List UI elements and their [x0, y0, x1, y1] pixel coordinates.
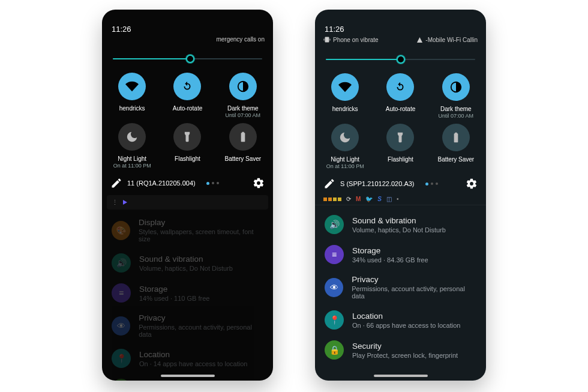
vibrate-icon [323, 36, 331, 43]
phone-right: 11:26 Phone on vibrate -Mobile Wi-Fi Cal… [315, 10, 486, 381]
row-title: Location [352, 312, 460, 321]
row-subtitle: Play Protect, screen lock, fingerprint [352, 352, 458, 359]
row-subtitle: Volume, haptics, Do Not Disturb [352, 226, 446, 234]
qs-tile-wifi[interactable]: hendricks [104, 73, 160, 118]
row-subtitle: Volume, haptics, Do Not Disturb [139, 265, 233, 272]
gmail-icon: M [356, 196, 361, 202]
edit-icon[interactable] [110, 177, 122, 189]
qs-footer: 11 (RQ1A.210205.004) [102, 169, 273, 191]
settings-list: 🎨DisplayStyles, wallpapers, screen timeo… [102, 210, 273, 381]
tile-label: Flashlight [388, 156, 413, 163]
settings-gear-icon[interactable] [253, 177, 265, 189]
qs-tile-flashlight[interactable]: Flashlight [373, 124, 428, 169]
row-title: Security [352, 342, 458, 351]
edit-icon[interactable] [323, 178, 335, 190]
row-subtitle: Permissions, account activity, personal … [352, 285, 476, 300]
row-title: Storage [352, 246, 428, 255]
brightness-slider[interactable] [102, 46, 273, 65]
row-title: Location [139, 350, 247, 359]
settings-row-display[interactable]: 🎨DisplayStyles, wallpapers, screen timeo… [102, 213, 273, 249]
privacy-icon: 👁 [325, 278, 343, 297]
qs-grid: hendricks Auto-rotate Dark themeUntil 07… [102, 65, 273, 169]
tile-sublabel: On at 11:00 PM [326, 163, 364, 169]
row-title: Security [139, 380, 175, 381]
row-title: Privacy [139, 313, 263, 322]
brightness-thumb[interactable] [397, 55, 405, 64]
qs-tile-contrast[interactable]: Dark themeUntil 07:00 AM [428, 73, 484, 119]
row-title: Sound & vibration [352, 216, 446, 225]
settings-row-location[interactable]: 📍LocationOn · 14 apps have access to loc… [102, 344, 273, 374]
qs-grid: hendricks Auto-rotate Dark themeUntil 07… [315, 66, 486, 169]
qs-tile-flashlight[interactable]: Flashlight [160, 123, 215, 169]
location-icon: 📍 [112, 349, 131, 368]
storage-icon: ≡ [112, 283, 131, 303]
row-title: Storage [139, 285, 209, 294]
media-bar[interactable]: ⋮ [107, 195, 268, 210]
tile-label: Battery Saver [438, 156, 475, 163]
settings-row-storage[interactable]: ≡Storage34% used · 84.36 GB free [315, 240, 486, 270]
carrier-text: -Mobile Wi-Fi Callin [425, 37, 478, 43]
row-title: Sound & vibration [139, 255, 233, 264]
row-subtitle: Styles, wallpapers, screen timeout, font… [139, 228, 263, 243]
tile-label: Dark theme [227, 105, 259, 112]
rotate-icon [173, 73, 201, 100]
brightness-slider[interactable] [315, 47, 486, 66]
qs-tile-battery[interactable]: Battery Saver [428, 124, 484, 169]
brightness-thumb[interactable] [186, 55, 194, 63]
row-title: Privacy [352, 275, 476, 284]
qs-tile-moon[interactable]: Night LightOn at 11:00 PM [317, 124, 373, 169]
tile-label: hendricks [332, 106, 358, 112]
qs-tile-contrast[interactable]: Dark themeUntil 07:00 AM [215, 73, 271, 118]
moon-icon [331, 124, 359, 151]
brightness-fill [113, 58, 190, 59]
battery-icon [229, 123, 257, 151]
privacy-icon: 👁 [112, 316, 130, 336]
tile-sublabel: Until 07:00 AM [439, 113, 474, 119]
tile-label: Night Light [118, 155, 146, 162]
qs-tile-moon[interactable]: Night LightOn at 11:00 PM [104, 123, 160, 169]
tile-label: Dark theme [440, 106, 472, 112]
settings-row-location[interactable]: 📍LocationOn · 66 apps have access to loc… [315, 306, 486, 336]
qs-tile-battery[interactable]: Battery Saver [215, 123, 271, 169]
tile-label: Auto-rotate [173, 105, 202, 112]
flashlight-icon [173, 123, 201, 151]
settings-list: 🔊Sound & vibrationVolume, haptics, Do No… [315, 207, 486, 366]
status-sub: Phone on vibrate -Mobile Wi-Fi Callin [315, 35, 486, 47]
qs-tile-rotate[interactable]: Auto-rotate [373, 73, 428, 119]
qs-tile-wifi[interactable]: hendricks [317, 73, 373, 119]
tile-label: hendricks [119, 105, 145, 112]
page-dots[interactable] [425, 182, 438, 185]
weather-bars-icon [323, 198, 341, 201]
nav-pill[interactable] [161, 375, 215, 377]
settings-row-privacy[interactable]: 👁PrivacyPermissions, account activity, p… [102, 309, 273, 344]
row-subtitle: Permissions, account activity, personal … [139, 324, 263, 338]
settings-gear-icon[interactable] [466, 178, 478, 190]
settings-row-sound[interactable]: 🔊Sound & vibrationVolume, haptics, Do No… [102, 249, 273, 279]
settings-row-security[interactable]: 🔒SecurityPlay Protect, screen lock, fing… [315, 336, 486, 366]
page-dots[interactable] [206, 182, 219, 185]
location-icon: 📍 [325, 310, 344, 330]
carrier-text: mergency calls on [216, 36, 265, 43]
settings-row-sound[interactable]: 🔊Sound & vibrationVolume, haptics, Do No… [315, 210, 486, 240]
play-icon[interactable] [123, 200, 127, 205]
sound-icon: 🔊 [112, 253, 131, 273]
build-text: S (SPP1.210122.020.A3) [340, 180, 415, 187]
qs-tile-rotate[interactable]: Auto-rotate [160, 73, 215, 118]
spotify-icon: ⟳ [346, 196, 351, 202]
nav-pill[interactable] [374, 375, 428, 377]
wifi-icon [331, 73, 359, 101]
status-bar: 11:26 [315, 10, 486, 35]
storage-icon: ≡ [325, 245, 344, 264]
build-text: 11 (RQ1A.210205.004) [127, 179, 196, 187]
settings-row-storage[interactable]: ≡Storage14% used · 110 GB free [102, 279, 273, 309]
contrast-icon [442, 73, 470, 101]
status-sub: mergency calls on [102, 35, 273, 46]
status-bar: 11:26 [102, 10, 273, 35]
row-title: Display [139, 218, 263, 227]
settings-row-privacy[interactable]: 👁PrivacyPermissions, account activity, p… [315, 270, 486, 306]
notif-row[interactable]: ⟳ M 🐦 S ◫ • [315, 192, 486, 204]
tile-label: Auto-rotate [386, 106, 415, 112]
wifi-icon [118, 73, 146, 100]
row-subtitle: 34% used · 84.36 GB free [352, 256, 428, 264]
contrast-icon [229, 73, 257, 100]
